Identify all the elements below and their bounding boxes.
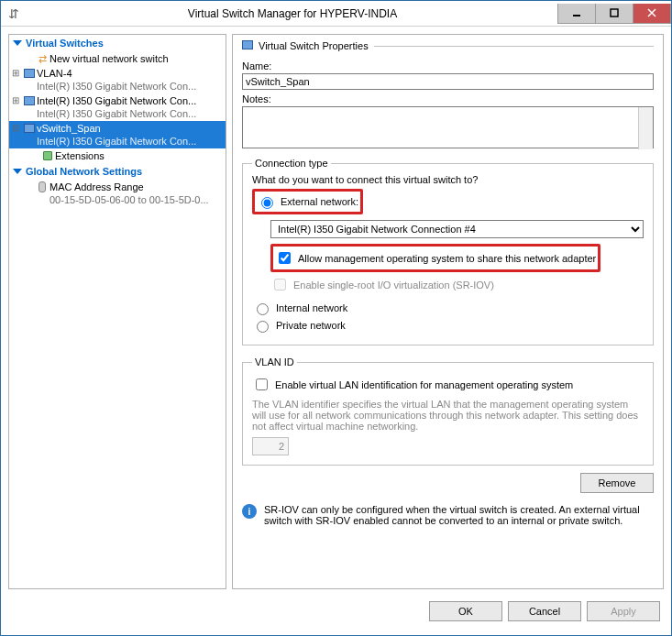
name-label: Name: (242, 60, 654, 71)
external-adapter-select[interactable]: Intel(R) I350 Gigabit Network Connection… (270, 220, 644, 238)
extensions-icon (40, 149, 55, 162)
connection-question: What do you want to connect this virtual… (252, 174, 644, 185)
vlan-id-input (252, 437, 289, 455)
tree-label: VLAN-4 (37, 68, 72, 79)
window-frame: ⇵ Virtual Switch Manager for HYPERV-INDI… (0, 0, 672, 636)
radio-external[interactable] (261, 197, 273, 209)
tree-label: Extensions (55, 149, 224, 162)
tree-sublabel: Intel(R) I350 Gigabit Network Con... (37, 80, 222, 93)
notes-label: Notes: (242, 93, 654, 104)
checkbox-sriov-label: Enable single-root I/O virtualization (S… (293, 280, 494, 291)
nic-icon (22, 94, 37, 107)
collapse-icon[interactable]: ⊟ (9, 122, 22, 135)
nic-icon (22, 122, 37, 135)
section-virtual-switches[interactable]: Virtual Switches (9, 35, 226, 51)
switch-icon (35, 52, 50, 65)
tree-new-switch[interactable]: New virtual network switch (9, 51, 226, 66)
connection-type-group: Connection type What do you want to conn… (242, 158, 654, 345)
tree-label: New virtual network switch (50, 52, 224, 65)
apply-button[interactable]: Apply (587, 601, 660, 621)
maximize-button[interactable] (595, 4, 633, 24)
ok-button[interactable]: OK (429, 601, 502, 621)
tree-label: vSwitch_Span (37, 123, 101, 134)
cancel-button[interactable]: Cancel (508, 601, 581, 621)
radio-internal[interactable] (257, 303, 269, 315)
radio-external-label: External network: (281, 196, 358, 207)
dialog-footer: OK Cancel Apply (1, 597, 671, 635)
mac-icon (35, 181, 50, 193)
tree-item-intel[interactable]: ⊞ Intel(R) I350 Gigabit Network Con...In… (9, 93, 226, 121)
properties-panel: Virtual Switch Properties Name: Notes: C… (232, 34, 664, 589)
tree-item-mac-range[interactable]: MAC Address Range00-15-5D-05-06-00 to 00… (9, 180, 226, 207)
vlan-legend: VLAN ID (252, 356, 297, 367)
checkbox-vlan-enable[interactable] (256, 378, 268, 390)
remove-button[interactable]: Remove (580, 473, 654, 493)
sriov-info-text: SR-IOV can only be configured when the v… (264, 504, 654, 526)
connection-legend: Connection type (252, 158, 331, 169)
tree-item-vswitch-span[interactable]: ⊟ vSwitch_SpanIntel(R) I350 Gigabit Netw… (9, 121, 226, 148)
vlan-group: VLAN ID Enable virtual LAN identificatio… (242, 356, 654, 466)
checkbox-vlan-label: Enable virtual LAN identification for ma… (275, 379, 573, 390)
tree-sublabel: Intel(R) I350 Gigabit Network Con... (37, 135, 222, 148)
tree-label: Intel(R) I350 Gigabit Network Con... (37, 95, 196, 106)
tree-label: MAC Address Range (50, 181, 144, 192)
radio-private[interactable] (257, 321, 269, 333)
switch-name-input[interactable] (242, 73, 654, 90)
switch-tree: Virtual Switches New virtual network swi… (8, 34, 226, 589)
tree-item-extensions[interactable]: Extensions (9, 148, 226, 163)
tree-sublabel: Intel(R) I350 Gigabit Network Con... (37, 107, 222, 120)
section-global-settings[interactable]: Global Network Settings (9, 163, 226, 180)
info-icon: i (242, 504, 257, 519)
titlebar: ⇵ Virtual Switch Manager for HYPERV-INDI… (1, 1, 671, 27)
nic-icon (242, 40, 253, 51)
checkbox-allow-mgmt-label: Allow management operating system to sha… (298, 253, 596, 264)
checkbox-allow-mgmt[interactable] (279, 252, 291, 264)
panel-title: Virtual Switch Properties (259, 40, 369, 51)
minimize-button[interactable] (557, 4, 596, 24)
notes-textarea[interactable] (242, 106, 654, 148)
nic-icon (22, 67, 37, 80)
radio-private-label: Private network (276, 320, 346, 331)
tree-item-vlan4[interactable]: ⊞ VLAN-4Intel(R) I350 Gigabit Network Co… (9, 66, 226, 93)
radio-internal-label: Internal network (276, 302, 347, 313)
expand-icon[interactable]: ⊞ (9, 94, 22, 107)
divider (374, 46, 654, 47)
svg-rect-1 (611, 9, 618, 16)
close-button[interactable] (633, 4, 671, 24)
expand-icon[interactable]: ⊞ (9, 67, 22, 80)
app-sys-icon: ⇵ (1, 1, 27, 27)
vlan-help-text: The VLAN identifier specifies the virtua… (252, 399, 644, 432)
window-title: Virtual Switch Manager for HYPERV-INDIA (27, 7, 558, 20)
tree-sublabel: 00-15-5D-05-06-00 to 00-15-5D-0... (50, 193, 222, 206)
checkbox-sriov (274, 279, 286, 291)
